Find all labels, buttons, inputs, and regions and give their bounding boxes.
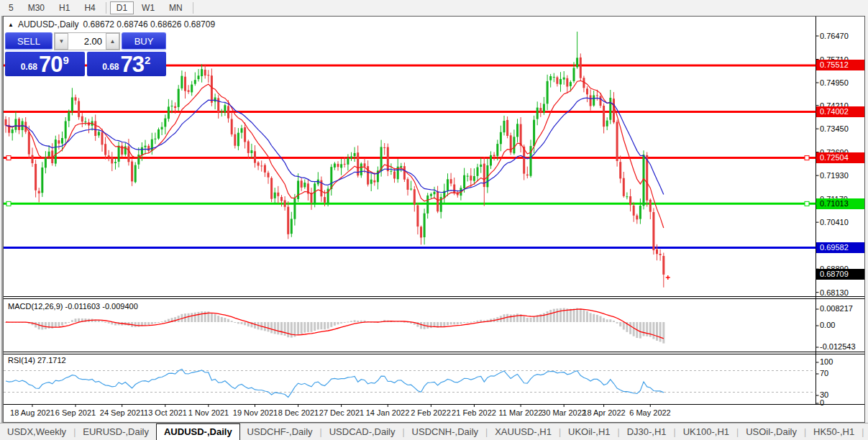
rsi-level-lines — [4, 371, 816, 393]
rsi-tick-label: 70 — [820, 369, 828, 377]
rsi-indicator-label: RSI(14) 27.1712 — [8, 356, 66, 365]
macd-indicator-label: MACD(12,26,9) -0.011603 -0.009400 — [8, 302, 138, 311]
macd-histogram — [5, 308, 665, 344]
buy-button[interactable]: BUY — [122, 32, 166, 50]
buy-price-main: 73 — [121, 55, 144, 75]
tab-usdx-weekly[interactable]: USDX,Weekly — [0, 424, 73, 440]
buy-price-display[interactable]: 0.68 73 2 — [87, 52, 167, 76]
chart-expand-icon[interactable]: ▲ — [8, 22, 14, 28]
volume-decrease-button[interactable]: ▼ — [55, 33, 68, 50]
toolbar-separator — [106, 2, 106, 14]
volume-input[interactable] — [68, 33, 106, 50]
sell-button[interactable]: SELL — [5, 32, 52, 50]
price-badge-0.74002: 0.74002 — [816, 106, 864, 117]
tab-dj30-h1[interactable]: DJ30-,H1 — [620, 424, 674, 440]
date-label: 11 Mar 2022 — [499, 408, 543, 417]
chart-title: ▲ AUDUSD-,Daily 0.68672 0.68746 0.68626 … — [8, 19, 215, 29]
tab-usdcad-daily[interactable]: USDCAD-,Daily — [322, 424, 403, 440]
price-tick-label: 0.70410 — [820, 218, 849, 226]
chart-window: ▲ AUDUSD-,Daily 0.68672 0.68746 0.68626 … — [3, 16, 865, 423]
timeframe-button-m30[interactable]: M30 — [22, 1, 51, 14]
volume-increase-button[interactable]: ▲ — [106, 33, 119, 50]
last-price-marker — [666, 275, 670, 280]
sell-price-pip: 9 — [63, 54, 69, 66]
rsi-tick-label: 100 — [820, 357, 833, 366]
line-handle[interactable] — [6, 201, 11, 206]
price-tick-label: 0.74950 — [820, 78, 849, 87]
macd-tick-label: 0.008217 — [820, 304, 853, 313]
rsi-tick-label: 0 — [820, 398, 824, 407]
tab-eu[interactable]: EU — [864, 424, 868, 440]
toolbar-separator — [193, 2, 193, 14]
price-badge-0.68709: 0.68709 — [816, 269, 864, 280]
chart-tab-bar: USDX,Weekly|EURUSD-,DailyAUDUSD-,DailyUS… — [0, 423, 868, 440]
date-label: 27 Dec 2021 — [319, 408, 364, 417]
date-label: 19 Nov 2021 — [233, 408, 278, 417]
price-tick-label: 0.71930 — [820, 171, 849, 180]
tab-eurusd-daily[interactable]: EURUSD-,Daily — [76, 424, 156, 440]
tab-hk50-h1[interactable]: HK50-,H1 — [806, 424, 862, 440]
price-badge-0.72504: 0.72504 — [816, 152, 864, 163]
line-handle[interactable] — [805, 156, 809, 160]
timeframe-button-w1[interactable]: W1 — [135, 1, 161, 14]
date-label: 2 Feb 2022 — [411, 408, 451, 417]
volume-stepper: ▼ ▲ — [54, 32, 120, 50]
date-label: 30 Mar 2022 — [542, 408, 586, 417]
sell-price-prefix: 0.68 — [21, 62, 37, 72]
buy-price-pip: 2 — [145, 54, 150, 66]
timeframe-button-mn[interactable]: MN — [163, 1, 189, 14]
tab-audusd-daily[interactable]: AUDUSD-,Daily — [156, 423, 240, 440]
tab-xauusd-h1[interactable]: XAUUSD-,H1 — [488, 424, 559, 440]
timeframe-button-h1[interactable]: H1 — [52, 1, 76, 14]
sell-price-display[interactable]: 0.68 70 9 — [5, 52, 85, 76]
macd-tick-label: 0.00 — [820, 321, 835, 329]
chart-symbol-label: AUDUSD-,Daily — [18, 19, 79, 29]
line-handle[interactable] — [805, 201, 809, 206]
date-label: 18 Apr 2022 — [583, 408, 625, 417]
date-label: 18 Aug 2021 — [10, 408, 55, 417]
timeframe-button-d1[interactable]: D1 — [110, 1, 134, 14]
tab-usdcnh-daily[interactable]: USDCNH-,Daily — [405, 424, 485, 440]
sell-price-main: 70 — [39, 55, 62, 75]
tab-ukoil-h1[interactable]: UKOil-,H1 — [561, 424, 618, 440]
price-badge-0.75512: 0.75512 — [816, 60, 864, 70]
macd-tick-label: -0.012543 — [820, 342, 856, 351]
price-tick-label: 0.73450 — [820, 124, 849, 133]
axis-ticks — [32, 36, 819, 407]
date-label: 6 May 2022 — [629, 408, 670, 417]
line-handle[interactable] — [6, 156, 11, 160]
price-badge-0.71013: 0.71013 — [816, 198, 864, 209]
tab-usdchf-daily[interactable]: USDCHF-,Daily — [240, 424, 320, 440]
date-label: 21 Feb 2022 — [452, 408, 496, 417]
timeframe-button-h4[interactable]: H4 — [78, 1, 101, 14]
tab-uk100-h1[interactable]: UK100-,H1 — [676, 424, 736, 440]
tab-usoil-daily[interactable]: USOil-,Daily — [739, 424, 804, 440]
rsi-line — [6, 369, 664, 397]
date-label: 14 Jan 2022 — [366, 408, 410, 417]
horizontal-lines — [4, 65, 816, 248]
one-click-trade-panel: SELL ▼ ▲ BUY 0.68 70 9 0.68 73 2 — [5, 32, 166, 76]
date-label: 1 Nov 2021 — [188, 408, 229, 417]
date-label: 8 Dec 2021 — [278, 408, 319, 417]
price-tick-label: 0.76470 — [820, 32, 849, 40]
date-label: 13 Oct 2021 — [144, 408, 187, 417]
timeframe-toolbar: 5M30H1H4D1W1MN — [0, 0, 868, 16]
date-label: 6 Sep 2021 — [55, 408, 96, 417]
price-badge-0.69582: 0.69582 — [816, 242, 864, 253]
date-label: 24 Sep 2021 — [100, 408, 145, 417]
chart-canvas[interactable] — [4, 17, 864, 422]
timeframe-button-5[interactable]: 5 — [2, 1, 20, 14]
price-tick-label: 0.68130 — [820, 288, 849, 297]
chart-ohlc-values: 0.68672 0.68746 0.68626 0.68709 — [83, 19, 216, 29]
buy-price-prefix: 0.68 — [102, 62, 119, 72]
